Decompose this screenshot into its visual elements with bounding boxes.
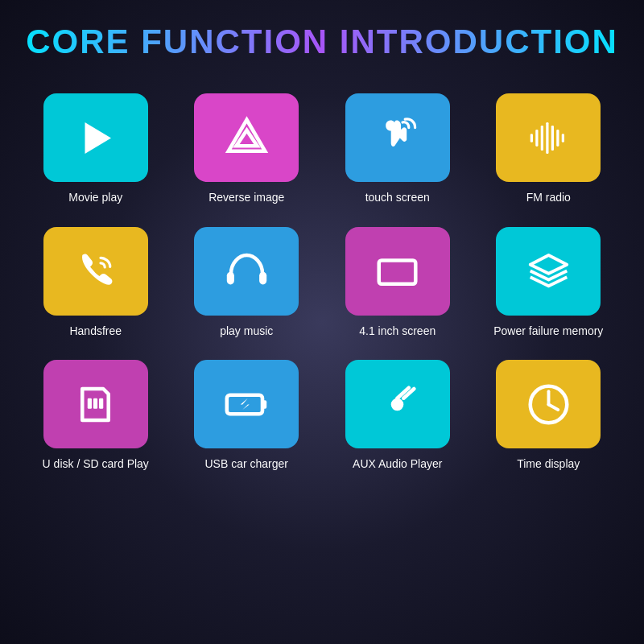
label-power-memory: Power failure memory [493,324,603,340]
icon-box-movie-play [43,93,148,182]
icon-box-handsfree [43,227,148,316]
svg-rect-8 [556,130,559,147]
icon-box-touch-screen [345,93,450,182]
icon-box-usb-charger [194,360,299,448]
label-u-disk: U disk / SD card Play [43,456,149,473]
label-fm-radio: FM radio [526,190,571,206]
svg-line-24 [548,404,558,410]
feature-cell-u-disk: U disk / SD card Play [24,352,167,485]
svg-point-19 [391,398,404,411]
svg-marker-0 [85,122,112,154]
feature-cell-power-memory: Power failure memory [477,219,621,353]
label-aux-audio: AUX Audio Player [353,456,442,473]
svg-rect-15 [93,398,97,408]
svg-rect-18 [262,400,266,408]
svg-rect-5 [541,125,543,150]
icon-box-play-music [194,227,299,316]
feature-cell-inch-screen: 4.1 inch screen [326,219,469,353]
icon-box-time-display [496,360,601,448]
svg-rect-6 [546,122,548,154]
svg-rect-9 [562,134,564,142]
features-grid: Movie play Reverse image touch screen FM… [24,77,620,493]
feature-cell-time-display: Time display [477,352,621,485]
icon-box-reverse-image [194,93,299,182]
label-handsfree: Handsfree [69,324,122,340]
svg-rect-12 [379,261,416,284]
label-time-display: Time display [517,456,580,473]
icon-box-u-disk [43,360,148,448]
label-play-music: play music [220,324,273,340]
feature-cell-reverse-image: Reverse image [175,85,319,219]
feature-cell-movie-play: Movie play [24,85,167,219]
feature-cell-touch-screen: touch screen [326,85,469,219]
svg-rect-7 [551,125,554,150]
svg-rect-17 [227,394,262,413]
feature-cell-aux-audio: AUX Audio Player [326,352,469,485]
svg-marker-13 [530,255,568,274]
feature-cell-handsfree: Handsfree [24,219,167,353]
feature-cell-play-music: play music [175,219,319,353]
svg-rect-3 [530,134,533,142]
svg-rect-14 [88,398,92,408]
label-touch-screen: touch screen [365,190,430,206]
icon-box-fm-radio [496,93,601,182]
svg-rect-16 [99,398,103,408]
feature-cell-fm-radio: FM radio [477,85,621,219]
feature-cell-usb-charger: USB car charger [175,352,319,485]
page-title: CORE FUNCTION INTRODUCTION [16,23,628,61]
svg-rect-11 [259,272,266,285]
svg-rect-4 [535,130,538,147]
icon-box-aux-audio [345,360,450,448]
svg-rect-10 [227,272,234,285]
label-usb-charger: USB car charger [205,456,288,473]
label-movie-play: Movie play [68,190,122,206]
header: CORE FUNCTION INTRODUCTION [0,0,644,77]
label-reverse-image: Reverse image [208,190,284,206]
label-inch-screen: 4.1 inch screen [359,324,436,340]
icon-box-power-memory [496,227,601,316]
icon-box-inch-screen [345,227,450,316]
